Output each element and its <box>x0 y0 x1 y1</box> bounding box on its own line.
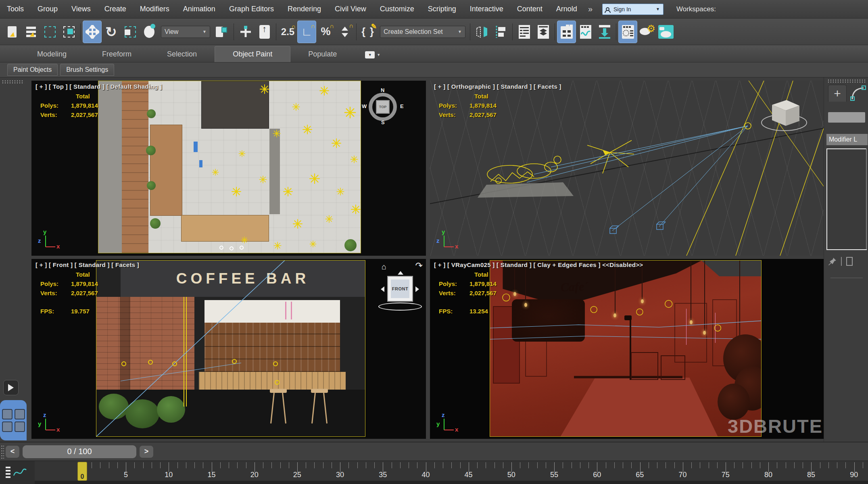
pin-stack-icon[interactable] <box>828 257 837 266</box>
modifier-list-dropdown[interactable]: Modifier L <box>826 134 868 145</box>
manipulate-icon <box>240 26 252 38</box>
select-by-name-button[interactable] <box>21 21 40 43</box>
timeline-tick-label: 65 <box>618 471 661 479</box>
viewport-vraycam[interactable]: Cafe´ <box>430 259 824 439</box>
menu-item[interactable]: Rendering <box>281 5 328 13</box>
menu-item[interactable]: Create <box>98 5 133 13</box>
reference-coordinate-system-dropdown[interactable]: View▼ <box>161 26 210 38</box>
timeline-tick-label: 45 <box>447 471 490 479</box>
schematic-view-button[interactable] <box>595 21 614 43</box>
viewport-layout-tab[interactable] <box>0 400 27 440</box>
ribbon-tab-populate[interactable]: Populate <box>290 46 355 62</box>
main-toolbar: ↻ View▼ ↑ 2.5∩ ∟∩ %∩ ∩ { }✎ Create Selec… <box>0 19 868 45</box>
viewport-top[interactable]: N W E S TOP [ + ] [ Top ] [ Standard ] [… <box>31 81 426 256</box>
panel-grip[interactable] <box>827 79 865 83</box>
viewport-front[interactable]: COFFEE BAR <box>31 259 426 439</box>
ribbon-tab-modeling[interactable]: Modeling <box>19 46 84 62</box>
viewport-label[interactable]: [ + ] [ Top ] [ Standard ] [ Default Sha… <box>35 83 162 90</box>
viewport-label[interactable]: [ + ] [ VRayCam025 ] [ Standard ] [ Clay… <box>434 261 643 268</box>
timeline-playhead[interactable]: 0 <box>77 462 87 481</box>
snaps-toggle-button[interactable]: 2.5∩ <box>278 21 297 43</box>
viewcube-ortho <box>772 100 799 126</box>
show-end-result-icon[interactable] <box>846 257 853 266</box>
menu-bar: ToolsGroupViewsCreateModifiersAnimationG… <box>0 0 868 19</box>
ribbon-tab-selection[interactable]: Selection <box>149 46 215 62</box>
menu-item[interactable]: Civil View <box>328 5 373 13</box>
panel-scrollbar[interactable] <box>866 148 867 249</box>
spinner-snap-toggle-button[interactable]: ∩ <box>335 21 354 43</box>
select-and-move-button[interactable] <box>83 21 102 43</box>
menu-item[interactable]: Group <box>31 5 65 13</box>
select-and-scale-button[interactable] <box>121 21 140 43</box>
menu-items: ToolsGroupViewsCreateModifiersAnimationG… <box>0 5 584 13</box>
sign-in-dropdown[interactable]: Sign In ▼ <box>602 4 664 15</box>
render-production-button[interactable] <box>656 21 675 43</box>
render-setup-button[interactable] <box>618 21 637 43</box>
timeline-tick-label: 75 <box>704 471 747 479</box>
layer-explorer-icon <box>537 25 549 39</box>
viewport-tab-flyout-button[interactable] <box>3 380 19 395</box>
menu-item[interactable]: Customize <box>373 5 421 13</box>
panel-paint-objects[interactable]: Paint Objects <box>7 64 58 76</box>
rectangular-selection-region-button[interactable] <box>40 21 59 43</box>
menu-item[interactable]: Scripting <box>421 5 463 13</box>
previous-frame-button[interactable]: < <box>6 446 19 458</box>
viewport-label[interactable]: [ + ] [ Orthographic ] [ Standard ] [ Fa… <box>434 83 561 90</box>
viewport-statistics: Total Polys:1,879,814 Verts:2,027,567 <box>434 92 561 119</box>
angle-snap-toggle-button[interactable]: ∟∩ <box>297 21 316 43</box>
home-icon[interactable]: ⌂ <box>382 262 386 271</box>
panel-brush-settings[interactable]: Brush Settings <box>60 64 114 76</box>
viewcube-front[interactable]: ⌂ ↷ FRONT <box>377 261 425 317</box>
render-setup-icon <box>622 25 634 39</box>
mirror-button[interactable] <box>472 21 491 43</box>
menu-item[interactable]: Graph Editors <box>222 5 281 13</box>
toggle-layer-explorer-button[interactable] <box>534 21 553 43</box>
curve-editor-button[interactable] <box>576 21 595 43</box>
select-and-place-button[interactable] <box>140 21 159 43</box>
align-button[interactable] <box>491 21 510 43</box>
chevron-down-icon: ▼ <box>368 53 372 57</box>
menu-overflow-chevron[interactable]: » <box>584 4 597 14</box>
window-crossing-button[interactable] <box>59 21 78 43</box>
menu-item[interactable]: Interactive <box>463 5 510 13</box>
named-selection-set-dropdown[interactable]: Create Selection Set▼ <box>380 26 465 38</box>
viewcube-compass[interactable]: N W E S TOP <box>365 90 400 124</box>
modify-tab-icon[interactable] <box>850 85 867 102</box>
select-and-manipulate-button[interactable] <box>236 21 255 43</box>
viewport-orthographic[interactable]: [ + ] [ Orthographic ] [ Standard ] [ Fa… <box>430 81 824 256</box>
menu-item[interactable]: Views <box>65 5 98 13</box>
viewcube-top-face[interactable]: TOP <box>376 100 390 114</box>
workspaces-label[interactable]: Workspaces: <box>676 5 716 13</box>
percent-snap-toggle-button[interactable]: %∩ <box>316 21 335 43</box>
viewcube-front-face[interactable]: FRONT <box>387 276 413 302</box>
next-frame-button[interactable]: > <box>140 446 153 458</box>
menu-item[interactable]: Modifiers <box>133 5 176 13</box>
mini-curve-editor-button[interactable] <box>6 464 31 481</box>
slider-grip[interactable] <box>1 445 4 459</box>
ribbon-config-button[interactable]: ▼ ▼ <box>365 51 380 62</box>
toolbar-grip[interactable] <box>2 80 24 84</box>
render-settings-teapot-button[interactable]: ⚙ <box>637 21 656 43</box>
keyboard-shortcut-override-button[interactable]: ↑ <box>255 21 274 43</box>
current-frame-field[interactable]: 0 / 100 <box>23 445 136 458</box>
toggle-ribbon-button[interactable] <box>557 21 576 43</box>
toggle-scene-explorer-button[interactable] <box>515 21 534 43</box>
timeline-ruler[interactable]: 51015202530354045505560657075808590 0 <box>35 461 868 484</box>
menu-item[interactable]: Tools <box>0 5 31 13</box>
chevron-down-icon: ▼ <box>377 53 380 57</box>
object-name-field[interactable] <box>828 112 865 123</box>
create-tab[interactable]: + <box>828 85 847 102</box>
ribbon-tab-object-paint[interactable]: Object Paint <box>215 46 290 62</box>
ribbon-tab-freeform[interactable]: Freeform <box>84 46 149 62</box>
select-and-rotate-button[interactable]: ↻ <box>102 21 121 43</box>
viewport-label[interactable]: [ + ] [ Front ] [ Standard ] [ Facets ] <box>35 261 139 268</box>
viewcube-ring[interactable] <box>378 302 422 311</box>
select-object-button[interactable] <box>2 21 21 43</box>
menu-item[interactable]: Animation <box>176 5 222 13</box>
modifier-stack[interactable] <box>826 148 867 250</box>
edit-named-selection-sets-button[interactable]: { }✎ <box>359 21 378 43</box>
rotate-arrow-icon[interactable]: ↷ <box>415 261 423 271</box>
use-pivot-point-button[interactable] <box>213 21 232 43</box>
menu-item[interactable]: Arnold <box>549 5 584 13</box>
menu-item[interactable]: Content <box>510 5 549 13</box>
